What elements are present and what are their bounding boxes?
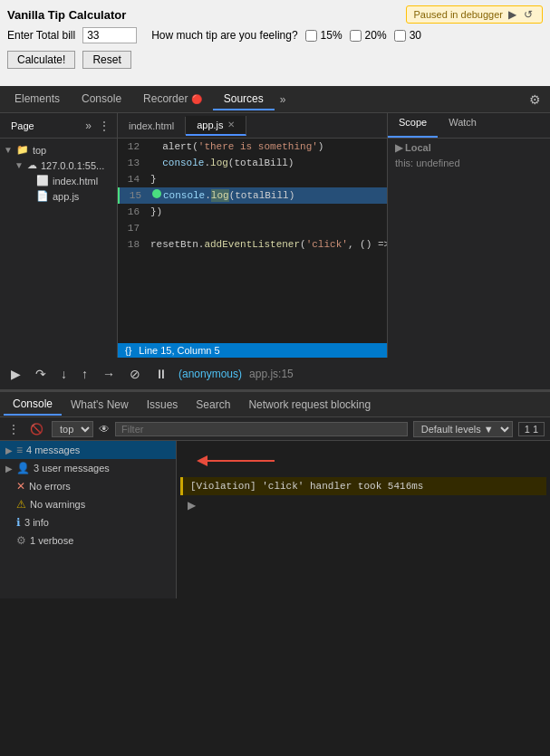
tip-15-checkbox[interactable]: 15% — [305, 29, 343, 42]
devtools-tab-sources[interactable]: Sources — [213, 89, 275, 110]
red-arrow-area — [177, 445, 550, 474]
bill-label: Enter Total bill — [7, 29, 75, 42]
chevron-icon: ▶ — [5, 445, 13, 455]
tree-item-server[interactable]: ▼ ☁ 127.0.0.1:55... — [0, 158, 117, 173]
console-tabs: Console What's New Issues Search Network… — [0, 392, 550, 417]
console-tab-issues[interactable]: Issues — [138, 395, 188, 415]
tree-item-label: index.html — [53, 176, 98, 187]
callstack-function: (anonymous) — [179, 368, 242, 380]
tree-item-label: 127.0.0.1:55... — [41, 160, 104, 171]
editor-tab-app-js[interactable]: app.js ✕ — [186, 116, 246, 136]
console-tab-whatsnew[interactable]: What's New — [62, 395, 138, 415]
devtools-more-tabs[interactable]: » — [275, 93, 292, 106]
violation-message: [Violation] 'click' handler took 5416ms — [180, 477, 546, 495]
editor-tabs: index.html app.js ✕ — [118, 113, 387, 139]
sidebar-more[interactable]: » — [82, 120, 95, 132]
file-icon: ⬜ — [36, 175, 49, 187]
sidebar-options[interactable]: ⋮ — [95, 120, 113, 132]
msg-group-warnings[interactable]: ▶ ⚠ No warnings — [0, 495, 176, 513]
preview-area: Vanilla Tip Calculator Paused in debugge… — [0, 0, 550, 86]
editor-status-line: Line 15, Column 5 — [139, 345, 219, 356]
messages-icon: ≡ — [16, 444, 23, 456]
console-toolbar: ⋮ 🚫 top 👁 Default levels ▼ 1 1 — [0, 417, 550, 441]
reset-button[interactable]: Reset — [82, 51, 130, 69]
editor-tab-index-html[interactable]: index.html — [118, 117, 186, 135]
devtools-panel: Elements Console Recorder 🔴 Sources » ⚙ … — [0, 86, 550, 756]
tree-item-app-js[interactable]: ▶ 📄 app.js — [0, 188, 117, 204]
pause-exceptions-button[interactable]: ⏸ — [151, 365, 171, 383]
step-debug-button[interactable]: → — [99, 365, 119, 383]
chevron-icon: ▼ — [14, 160, 24, 170]
filter-input[interactable] — [115, 422, 408, 436]
folder-icon: 📁 — [16, 144, 29, 156]
watch-tab[interactable]: Watch — [438, 113, 487, 138]
tip-30-checkbox[interactable]: 30 — [394, 29, 421, 42]
code-line-14: 14 } — [118, 171, 387, 187]
console-split: ▶ ≡ 4 messages ▶ 👤 3 user messages ▶ ✕ N… — [0, 441, 550, 598]
step-over-button[interactable]: ↺ — [522, 8, 535, 21]
file-icon: 📄 — [36, 190, 49, 202]
code-line-12: 12 alert('there is something') — [118, 139, 387, 155]
devtools-settings[interactable]: ⚙ — [524, 92, 546, 107]
console-main: [Violation] 'click' handler took 5416ms … — [177, 441, 550, 598]
user-icon: 👤 — [16, 462, 30, 474]
scope-tab[interactable]: Scope — [388, 113, 438, 138]
tip-20-checkbox[interactable]: 20% — [350, 29, 387, 42]
msg-group-verbose[interactable]: ▶ ⚙ 1 verbose — [0, 531, 176, 550]
calculate-button[interactable]: Calculate! — [7, 51, 75, 69]
show-hide-sidebar-button[interactable]: 👁 — [99, 423, 110, 435]
msg-group-user-messages[interactable]: ▶ 👤 3 user messages — [0, 459, 176, 477]
step-over-debug-button[interactable]: ↷ — [32, 365, 50, 383]
msg-group-info[interactable]: ▶ ℹ 3 info — [0, 513, 176, 531]
tree-item-label: app.js — [53, 191, 79, 202]
app-title: Vanilla Tip Calculator — [7, 8, 126, 22]
verbose-icon: ⚙ — [16, 534, 26, 547]
tree-item-index-html[interactable]: ▶ ⬜ index.html — [0, 173, 117, 188]
context-selector[interactable]: top — [52, 421, 93, 437]
code-editor: 12 alert('there is something') 13 consol… — [118, 139, 387, 343]
editor-area: index.html app.js ✕ 12 alert('there is s… — [118, 113, 387, 358]
callstack-location: app.js:15 — [249, 368, 294, 380]
scope-tabs: Scope Watch — [388, 113, 550, 139]
msg-group-label: 3 info — [24, 517, 49, 528]
scope-this: this: undefined — [395, 158, 543, 168]
sources-sidebar-tabs: Page » ⋮ — [0, 113, 117, 139]
tree-item-top[interactable]: ▼ 📁 top — [0, 142, 117, 158]
code-line-18: 18 resetBtn.addEventListener('click', ()… — [118, 236, 387, 253]
bill-input[interactable] — [82, 27, 137, 43]
warning-icon: ⚠ — [16, 498, 26, 511]
step-out-debug-button[interactable]: ↑ — [78, 365, 92, 383]
console-tab-network-blocking[interactable]: Network request blocking — [239, 395, 380, 415]
tree-item-label: top — [33, 145, 46, 156]
console-tab-console[interactable]: Console — [4, 394, 62, 416]
devtools-tabbar: Elements Console Recorder 🔴 Sources » ⚙ — [0, 86, 550, 113]
chevron-icon: ▼ — [4, 145, 13, 155]
code-line-16: 16 }) — [118, 204, 387, 220]
debugger-controls: ▶ ↷ ↓ ↑ → ⊘ ⏸ (anonymous) app.js:15 — [0, 358, 550, 390]
close-tab-icon[interactable]: ✕ — [227, 120, 235, 129]
deactivate-breakpoints-button[interactable]: ⊘ — [126, 365, 144, 383]
msg-group-label: No errors — [29, 481, 71, 492]
msg-group-label: 1 verbose — [30, 535, 73, 546]
code-line-17: 17 — [118, 220, 387, 236]
msg-group-all-messages[interactable]: ▶ ≡ 4 messages — [0, 441, 176, 459]
console-options-button[interactable]: ⋮ — [5, 423, 22, 435]
editor-status-bar: {} Line 15, Column 5 — [118, 343, 387, 358]
server-icon: ☁ — [27, 159, 37, 171]
sidebar-page-tab[interactable]: Page — [4, 117, 42, 135]
msg-group-errors[interactable]: ▶ ✕ No errors — [0, 477, 176, 495]
msg-group-label: No warnings — [30, 499, 85, 510]
step-into-debug-button[interactable]: ↓ — [57, 365, 71, 383]
console-tab-search[interactable]: Search — [187, 395, 239, 415]
devtools-tab-console[interactable]: Console — [71, 89, 132, 110]
devtools-tab-recorder[interactable]: Recorder 🔴 — [132, 89, 213, 110]
resume-debug-button[interactable]: ▶ — [7, 365, 24, 383]
log-levels-selector[interactable]: Default levels ▼ — [413, 421, 513, 437]
resume-button[interactable]: ▶ — [507, 8, 518, 21]
devtools-tab-elements[interactable]: Elements — [4, 89, 71, 110]
scope-local-label: ▶ Local — [395, 142, 543, 154]
status-code-icon: {} — [125, 345, 131, 356]
violation-expand[interactable]: ▶ — [177, 499, 550, 512]
paused-label: Paused in debugger — [414, 9, 503, 20]
clear-console-button[interactable]: 🚫 — [27, 423, 46, 435]
